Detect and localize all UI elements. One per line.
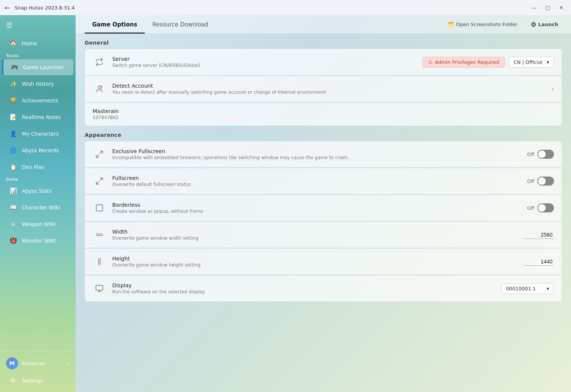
display-content: Display Run the software on the selected… — [112, 282, 495, 294]
app-body: ☰ 🏠 Home Tools 🎮 Game Launcher ✨ Wish Hi… — [0, 15, 571, 392]
fullscreen-card: Fullscreen Overwrite default fullscreen … — [85, 168, 562, 194]
height-right — [524, 258, 554, 266]
back-button[interactable]: ← — [5, 4, 10, 12]
width-content: Width Overwrite game window width settin… — [112, 229, 518, 241]
fullscreen-icon — [93, 174, 106, 188]
server-dropdown[interactable]: CN | Official ▾ — [509, 57, 554, 68]
svg-line-2 — [96, 155, 99, 157]
exclusive-fullscreen-card: Exclusive Fullscreen Incompatible with e… — [85, 141, 562, 167]
borderless-toggle[interactable] — [537, 203, 554, 212]
sidebar-item-game-launcher[interactable]: 🎮 Game Launcher — [2, 59, 73, 75]
sidebar-item-wish-history[interactable]: ✨ Wish History — [2, 76, 73, 92]
achievements-icon: 🏆 — [8, 96, 18, 105]
width-icon — [93, 228, 106, 242]
sidebar-item-weapon-wiki[interactable]: ⚔️ Weapon WIKI — [2, 216, 73, 232]
height-card: Height Overwrite game window height sett… — [85, 248, 562, 275]
home-icon: 🏠 — [8, 39, 18, 48]
user-profile[interactable]: M Masterain › — [0, 354, 76, 372]
exclusive-fullscreen-content: Exclusive Fullscreen Incompatible with e… — [112, 148, 521, 160]
admin-badge: ⚠️ Admin Privileges Required — [422, 57, 505, 68]
height-desc: Overwrite game window height setting — [112, 262, 518, 268]
exclusive-fullscreen-toggle-container: Off — [527, 150, 554, 159]
width-desc: Overwrite game window width setting — [112, 236, 518, 241]
exclusive-fullscreen-toggle-label: Off — [527, 152, 534, 157]
height-content: Height Overwrite game window height sett… — [112, 256, 518, 268]
height-input[interactable] — [524, 258, 554, 266]
minimize-button[interactable]: — — [529, 2, 539, 13]
fullscreen-toggle-label: Off — [527, 178, 534, 184]
server-card-right: ⚠️ Admin Privileges Required CN | Offici… — [422, 57, 554, 68]
fullscreen-right: Off — [527, 177, 554, 186]
wish-history-icon: ✨ — [8, 79, 18, 89]
width-right — [524, 231, 554, 239]
tab-bar: Game Options Resource Download 🗂️ Open S… — [76, 15, 571, 34]
exclusive-fullscreen-title: Exclusive Fullscreen — [112, 148, 521, 154]
main-content: Game Options Resource Download 🗂️ Open S… — [76, 15, 571, 392]
svg-point-0 — [98, 86, 101, 88]
sidebar-item-realtime-notes[interactable]: 📝 Realtime Notes — [2, 109, 73, 125]
display-title: Display — [112, 282, 495, 288]
abyss-stats-icon: 📊 — [8, 186, 18, 196]
account-info-card: Masterain 107847862 — [85, 103, 562, 126]
my-characters-icon: 👤 — [8, 129, 18, 139]
app-title: Snap Hutao 2023.8.31.4 — [15, 5, 524, 11]
dev-plan-icon: 📋 — [8, 162, 18, 172]
maximize-button[interactable]: □ — [542, 2, 553, 13]
sidebar-item-home[interactable]: 🏠 Home — [2, 36, 73, 51]
weapon-wiki-icon: ⚔️ — [8, 219, 18, 229]
appearance-section-header: Appearance — [85, 126, 562, 141]
sidebar-bottom: M Masterain › ⚙️ Settings — [0, 351, 76, 389]
svg-line-4 — [96, 182, 99, 184]
launch-button[interactable]: ⏻ Launch — [527, 19, 562, 29]
server-card: Server Switch game server (CN/BiliBili/G… — [85, 49, 562, 75]
game-launcher-icon: 🎮 — [9, 62, 19, 72]
character-wiki-icon: 📖 — [8, 203, 18, 212]
width-input[interactable] — [524, 231, 554, 239]
borderless-toggle-label: Off — [527, 205, 534, 211]
height-icon — [93, 255, 106, 268]
fullscreen-desc: Overwrite default fullscreen status — [112, 182, 521, 187]
content-scroll: General Server Switch game server (CN/Bi… — [76, 34, 571, 392]
sidebar: ☰ 🏠 Home Tools 🎮 Game Launcher ✨ Wish Hi… — [0, 15, 76, 392]
server-icon — [93, 55, 106, 69]
exclusive-fullscreen-desc: Incompatible with embedded browsers; ope… — [112, 155, 521, 160]
borderless-card: Borderless Create window as popup, witho… — [85, 195, 562, 221]
realtime-notes-icon: 📝 — [8, 112, 18, 122]
sidebar-item-abyss-records[interactable]: 🌀 Abyss Records — [2, 143, 73, 158]
display-card: Display Run the software on the selected… — [85, 275, 562, 302]
account-name: Masterain — [93, 108, 554, 114]
display-dropdown[interactable]: 00010001:1 ▾ — [501, 283, 554, 294]
close-button[interactable]: ✕ — [556, 2, 566, 13]
open-screenshots-button[interactable]: 🗂️ Open Screenshots Folder — [444, 19, 521, 29]
sidebar-item-monster-wiki[interactable]: 👹 Monster WIKI — [2, 233, 73, 249]
server-title: Server — [112, 56, 416, 62]
detect-account-chevron[interactable]: › — [552, 85, 554, 93]
sidebar-item-abyss-stats[interactable]: 📊 Abyss Stats — [2, 183, 73, 199]
tab-resource-download[interactable]: Resource Download — [145, 15, 216, 34]
tools-label: Tools — [0, 52, 76, 59]
dropdown-arrow-icon: ▾ — [546, 59, 549, 65]
hamburger-menu[interactable]: ☰ — [0, 18, 76, 35]
monster-wiki-icon: 👹 — [8, 236, 18, 246]
detect-account-content: Detect Account You need re-detect after … — [112, 83, 546, 95]
detect-account-title: Detect Account — [112, 83, 546, 89]
fullscreen-toggle[interactable] — [537, 177, 554, 186]
abyss-records-icon: 🌀 — [8, 146, 18, 155]
launch-icon: ⏻ — [531, 22, 536, 27]
data-label: Data — [0, 175, 76, 183]
svg-rect-10 — [96, 285, 103, 290]
tab-game-options[interactable]: Game Options — [85, 15, 145, 34]
sidebar-item-dev-plan[interactable]: 📋 Dev Plan — [2, 159, 73, 175]
display-desc: Run the software on the selected display — [112, 289, 495, 294]
exclusive-fullscreen-toggle[interactable] — [537, 150, 554, 159]
user-avatar: M — [6, 357, 18, 369]
sidebar-item-settings[interactable]: ⚙️ Settings — [2, 373, 73, 389]
sidebar-item-my-characters[interactable]: 👤 My Characters — [2, 126, 73, 142]
sidebar-item-achievements[interactable]: 🏆 Achievements — [2, 93, 73, 108]
borderless-right: Off — [527, 203, 554, 212]
detect-account-card: Detect Account You need re-detect after … — [85, 76, 562, 102]
sidebar-item-character-wiki[interactable]: 📖 Character WIKI — [2, 200, 73, 215]
display-right: 00010001:1 ▾ — [501, 283, 554, 294]
warning-icon: ⚠️ — [428, 59, 433, 65]
account-id: 107847862 — [93, 115, 554, 120]
